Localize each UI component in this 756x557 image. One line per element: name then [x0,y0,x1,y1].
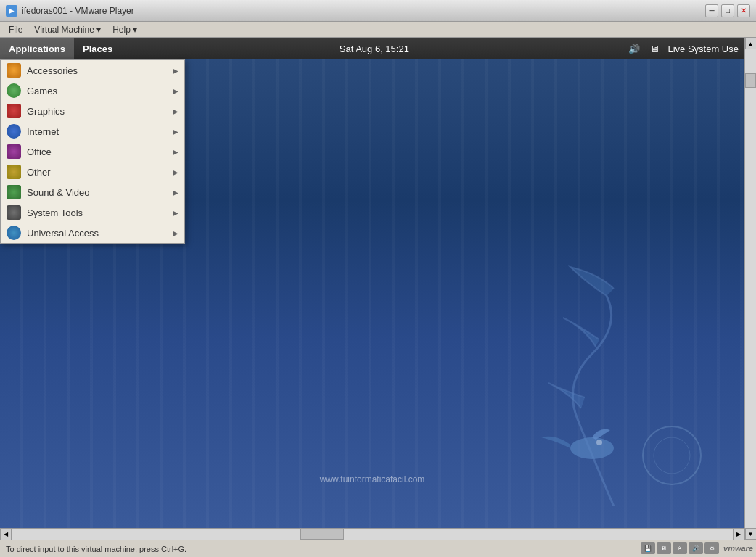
office-arrow: ▶ [173,148,178,156]
graphics-icon [7,104,21,118]
universal-access-arrow: ▶ [173,229,178,237]
system-tools-label: System Tools [27,207,173,218]
panel-left: Applications Places [0,38,121,59]
sound-video-label: Sound & Video [27,187,173,198]
taskbar-icon-4[interactable]: 🔊 [689,542,703,554]
status-text: To direct input to this virtual machine,… [6,545,186,553]
scroll-right-button[interactable]: ▶ [733,529,744,540]
menu-item-games[interactable]: Games ▶ [1,81,184,101]
taskbar-icon-2[interactable]: 🖥 [657,542,671,554]
maximize-button[interactable]: □ [721,4,734,17]
menu-item-other[interactable]: Other ▶ [1,162,184,182]
internet-label: Internet [27,126,173,137]
svg-point-1 [654,437,690,474]
system-tools-arrow: ▶ [173,209,178,217]
horizontal-scrollbar: ◀ ▶ [0,528,744,540]
games-arrow: ▶ [173,87,178,95]
status-bar: To direct input to this virtual machine,… [0,540,756,557]
menu-item-accessories[interactable]: Accessories ▶ [1,60,184,81]
scroll-thumb[interactable] [300,529,344,540]
vmware-taskbar-icons: 💾 🖥 🖱 🔊 ⚙ vmware [641,540,756,557]
window-title: ifedoras001 - VMware Player [22,6,705,16]
desktop-area: Applications Places Sat Aug 6, 15:21 🔊 🖥… [0,38,744,540]
panel-right-area: 🔊 🖥 Live System Use [627,41,744,56]
svg-point-0 [643,426,701,484]
menu-item-sound-video[interactable]: Sound & Video ▶ [1,182,184,202]
vmware-window: ▶ ifedoras001 - VMware Player ─ □ ✕ File… [0,0,756,557]
panel-clock: Sat Aug 6, 15:21 [121,44,627,54]
accessories-arrow: ▶ [173,67,178,75]
applications-menu-button[interactable]: Applications [0,38,74,59]
gnome-top-panel: Applications Places Sat Aug 6, 15:21 🔊 🖥… [0,38,744,59]
close-button[interactable]: ✕ [737,4,750,17]
network-icon[interactable]: 🖥 [647,41,662,56]
universal-access-label: Universal Access [27,228,173,239]
taskbar-icon-5[interactable]: ⚙ [704,542,719,554]
sound-video-icon [7,185,21,199]
minimize-button[interactable]: ─ [705,4,718,17]
watermark-text: www.tuinformaticafacil.com [320,474,425,484]
vertical-scrollbar: ▲ ▼ [744,38,756,540]
accessories-icon [7,63,21,78]
games-label: Games [27,86,173,96]
graphics-label: Graphics [27,106,173,117]
taskbar-icon-1[interactable]: 💾 [641,542,655,554]
menu-help[interactable]: Help ▾ [107,23,143,36]
other-arrow: ▶ [173,168,178,176]
accessories-label: Accessories [27,65,173,76]
sound-video-arrow: ▶ [173,189,178,197]
applications-dropdown-menu: Accessories ▶ Games ▶ Graphics ▶ [0,59,185,244]
games-icon [7,83,21,98]
svg-point-3 [596,440,602,445]
v-scroll-track[interactable] [745,49,756,528]
vm-content-area: Applications Places Sat Aug 6, 15:21 🔊 🖥… [0,38,756,540]
menu-file[interactable]: File [3,23,28,36]
other-icon [7,165,21,179]
vmware-icon: ▶ [6,5,17,17]
menu-item-universal-access[interactable]: Universal Access ▶ [1,223,184,243]
taskbar-icon-3[interactable]: 🖱 [673,542,687,554]
office-icon [7,144,21,159]
title-bar: ▶ ifedoras001 - VMware Player ─ □ ✕ [0,0,756,22]
scroll-up-button[interactable]: ▲ [745,38,757,49]
v-scroll-thumb[interactable] [745,73,756,88]
scroll-left-button[interactable]: ◀ [0,529,12,540]
volume-icon[interactable]: 🔊 [627,41,641,56]
svg-point-2 [570,437,614,459]
menu-item-system-tools[interactable]: System Tools ▶ [1,202,184,223]
scroll-track[interactable] [12,529,733,540]
system-tools-icon [7,205,21,220]
menu-virtual-machine[interactable]: Virtual Machine ▾ [28,23,107,36]
vmware-menubar: File Virtual Machine ▾ Help ▾ [0,22,756,38]
vmware-logo: vmware [723,544,753,553]
menu-item-office[interactable]: Office ▶ [1,141,184,162]
universal-access-icon [7,226,21,240]
menu-item-internet[interactable]: Internet ▶ [1,121,184,141]
office-label: Office [27,147,173,157]
window-controls: ─ □ ✕ [705,4,750,17]
menu-item-graphics[interactable]: Graphics ▶ [1,101,184,121]
places-menu-button[interactable]: Places [74,38,121,59]
internet-icon [7,124,21,139]
desktop-decoration [505,252,723,506]
other-label: Other [27,167,173,178]
internet-arrow: ▶ [173,128,178,136]
scroll-down-button[interactable]: ▼ [745,528,757,540]
user-label: Live System Use [667,44,739,54]
graphics-arrow: ▶ [173,107,178,115]
